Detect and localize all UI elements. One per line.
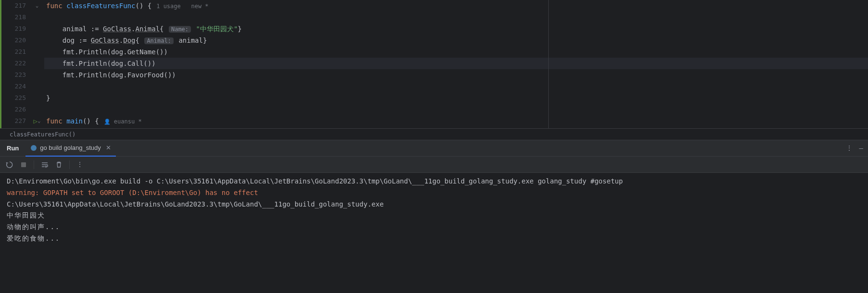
code-line: func classFeaturesFunc() {1 usage new * [44, 0, 868, 12]
usage-hint[interactable]: 1 usage new * [151, 3, 208, 10]
person-icon: 👤 [104, 119, 111, 125]
run-config-tab[interactable]: go build golang_study ✕ [25, 140, 116, 157]
line-number[interactable]: 220 [7, 35, 26, 46]
fold-collapse-icon[interactable]: ⌄ [36, 2, 39, 10]
run-tab-label: go build golang_study [40, 143, 101, 153]
gutter-icons: ⌄ ▷ ⌄ [30, 0, 44, 128]
stop-icon[interactable] [20, 161, 27, 168]
console-line: 动物的叫声... [7, 221, 861, 233]
code-line: func main() {👤 euansu * [44, 115, 868, 127]
tool-window-title: Run [0, 144, 25, 153]
code-line: animal := GoClass.Animal{ Name: "中华田园犬"} [44, 23, 868, 35]
toolbar-separator [34, 160, 34, 169]
parameter-hint: Name: [169, 26, 191, 33]
console-line: 爱吃的食物... [7, 233, 861, 244]
close-icon[interactable]: ✕ [106, 143, 111, 153]
line-number[interactable]: 227 [7, 115, 26, 127]
line-number[interactable]: 221 [7, 46, 26, 58]
line-number[interactable]: 224 [7, 81, 26, 92]
toolbar-separator [69, 160, 70, 169]
run-tool-window-header: Run go build golang_study ✕ ⋮ — [0, 140, 868, 157]
right-margin-guide [548, 0, 549, 128]
code-line [44, 104, 868, 115]
line-number[interactable]: 225 [7, 92, 26, 104]
hide-panel-icon[interactable]: — [859, 143, 863, 153]
code-line: fmt.Println(dog.Call()) [44, 58, 868, 69]
line-number[interactable]: 218 [7, 12, 26, 23]
console-line: C:\Users\35161\AppData\Local\JetBrains\G… [7, 199, 861, 210]
line-number[interactable]: 222 [7, 58, 26, 69]
line-number-gutter[interactable]: 217 218 219 220 221 222 223 224 225 226 … [7, 0, 30, 128]
code-line [44, 81, 868, 92]
line-number[interactable]: 223 [7, 69, 26, 81]
console-toolbar: ⋮ [0, 157, 868, 173]
line-number[interactable]: 226 [7, 104, 26, 115]
code-editor[interactable]: func classFeaturesFunc() {1 usage new * … [44, 0, 868, 128]
line-number[interactable]: 219 [7, 23, 26, 35]
editor-area: 217 218 219 220 221 222 223 224 225 226 … [0, 0, 868, 129]
code-line: fmt.Println(dog.GetName()) [44, 46, 868, 58]
go-icon [30, 145, 37, 151]
console-line: D:\Enviroment\Go\bin\go.exe build -o C:\… [7, 176, 861, 187]
code-line: dog := GoClass.Dog{ Animal: animal} [44, 35, 868, 46]
author-hint[interactable]: 👤 euansu * [99, 118, 142, 125]
svg-rect-1 [21, 162, 26, 167]
console-line: 中华田园犬 [7, 210, 861, 221]
vcs-gutter [0, 0, 7, 128]
line-number[interactable]: 217 [7, 0, 26, 12]
tool-window-actions: ⋮ — [846, 143, 863, 153]
parameter-hint: Animal: [144, 37, 174, 44]
code-line [44, 12, 868, 23]
fold-collapse-icon[interactable]: ⌄ [38, 117, 41, 125]
breadcrumb[interactable]: classFeaturesFunc() [0, 129, 868, 140]
soft-wrap-icon[interactable] [41, 161, 49, 169]
trash-icon[interactable] [55, 161, 63, 168]
console-output[interactable]: D:\Enviroment\Go\bin\go.exe build -o C:\… [0, 173, 868, 247]
more-options-icon[interactable]: ⋮ [846, 143, 853, 153]
svg-point-0 [31, 145, 37, 151]
rerun-icon[interactable] [6, 161, 13, 169]
console-line: warning: GOPATH set to GOROOT (D:\Enviro… [7, 187, 861, 199]
code-line: } [44, 92, 868, 104]
code-line: fmt.Println(dog.FavorFood()) [44, 69, 868, 81]
more-icon[interactable]: ⋮ [76, 159, 83, 170]
run-gutter-icon[interactable]: ▷ [33, 116, 37, 126]
